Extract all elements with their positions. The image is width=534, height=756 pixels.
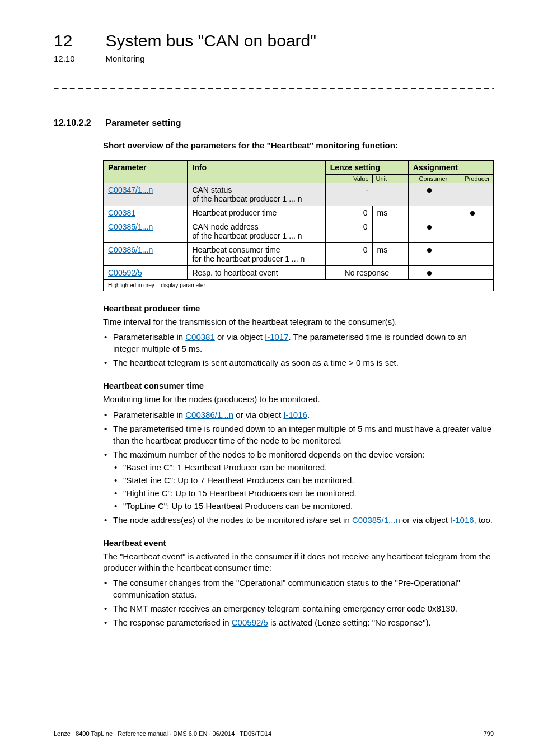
overview-heading: Short overview of the parameters for the…: [103, 141, 494, 150]
list-item: Parameterisable in C00381 or via object …: [103, 331, 494, 354]
he-heading: Heartbeat event: [103, 538, 494, 548]
list-item: The node address(es) of the nodes to be …: [103, 514, 494, 526]
producer-dot-icon: [470, 211, 475, 216]
consumer-dot-icon: [427, 271, 432, 276]
link-c00386[interactable]: C00386/1...n: [185, 410, 233, 419]
hct-intro: Monitoring time for the nodes (producers…: [103, 394, 494, 405]
info-line1: Heartbeat consumer time: [192, 245, 280, 254]
list-item: "HighLine C": Up to 15 Heartbeat Produce…: [113, 487, 494, 499]
param-link[interactable]: C00347/1...n: [108, 185, 153, 194]
list-item: Parameterisable in C00386/1...n or via o…: [103, 409, 494, 421]
th-value: Value: [325, 175, 372, 183]
param-link[interactable]: C00386/1...n: [108, 245, 153, 254]
consumer-dot-icon: [427, 225, 432, 230]
th-unit: Unit: [372, 175, 408, 183]
consumer-dot-icon: [427, 188, 432, 193]
info-line2: of the heartbeat producer 1 ... n: [192, 231, 302, 240]
list-item: "TopLine C": Up to 15 Heartbeat Producer…: [113, 500, 494, 512]
hct-heading: Heartbeat consumer time: [103, 381, 494, 390]
page-footer: Lenze · 8400 TopLine · Reference manual …: [54, 730, 494, 737]
list-item: "StateLine C": Up to 7 Heartbeat Produce…: [113, 474, 494, 486]
list-item: The parameterised time is rounded down t…: [103, 423, 494, 446]
list-item: The heartbeat telegram is sent automatic…: [103, 357, 494, 368]
table-row: C00592/5 Resp. to heartbeat event No res…: [104, 266, 494, 280]
list-item: The consumer changes from the "Operation…: [103, 577, 494, 600]
value-cell: 0: [325, 206, 372, 220]
link-c00592[interactable]: C00592/5: [232, 618, 268, 627]
table-row: C00385/1...n CAN node address of the hea…: [104, 220, 494, 243]
list-item: The maximum number of the nodes to be mo…: [103, 449, 494, 512]
divider-dashes: _ _ _ _ _ _ _ _ _ _ _ _ _ _ _ _ _ _ _ _ …: [54, 80, 494, 89]
parameter-table: Parameter Info Lenze setting Assignment …: [103, 160, 494, 291]
list-item: The response parameterised in C00592/5 i…: [103, 617, 494, 628]
value-cell: No response: [325, 266, 408, 280]
info-line2: of the heartbeat producer 1 ... n: [192, 194, 302, 203]
hpt-heading: Heartbeat producer time: [103, 304, 494, 313]
info-line1: Resp. to heartbeat event: [192, 268, 278, 277]
link-c00385[interactable]: C00385/1...n: [352, 515, 400, 525]
th-producer: Producer: [451, 175, 494, 183]
footer-left: Lenze · 8400 TopLine · Reference manual …: [54, 730, 271, 737]
link-i1017[interactable]: I-1017: [265, 332, 289, 342]
link-c00381[interactable]: C00381: [185, 332, 215, 342]
footer-page-number: 799: [484, 730, 494, 737]
info-line2: for the heartbeat producer 1 ... n: [192, 254, 305, 263]
info-line1: CAN node address: [192, 222, 258, 231]
table-footnote: Highlighted in grey = display parameter: [104, 280, 494, 291]
hpt-intro: Time interval for the transmission of th…: [103, 316, 494, 328]
consumer-dot-icon: [427, 248, 432, 253]
value-cell: -: [325, 183, 408, 206]
chapter-number: 12: [54, 31, 103, 50]
table-row: C00381 Heartbeat producer time 0 ms: [104, 206, 494, 220]
param-link[interactable]: C00381: [108, 208, 135, 217]
th-info: Info: [188, 161, 325, 183]
list-item: The NMT master receives an emergency tel…: [103, 603, 494, 614]
section-number: 12.10.2.2: [54, 118, 103, 128]
th-assignment: Assignment: [408, 161, 493, 175]
unit-cell: ms: [372, 243, 408, 266]
param-link[interactable]: C00385/1...n: [108, 222, 153, 231]
table-row: C00347/1...n CAN status of the heartbeat…: [104, 183, 494, 206]
link-i1016b[interactable]: I-1016: [450, 515, 474, 525]
list-item: "BaseLine C": 1 Heartbeat Producer can b…: [113, 461, 494, 473]
th-lenze: Lenze setting: [325, 161, 408, 175]
unit-cell: [372, 220, 408, 243]
value-cell: 0: [325, 220, 372, 243]
value-cell: 0: [325, 243, 372, 266]
info-line1: Heartbeat producer time: [192, 208, 277, 217]
info-line1: CAN status: [192, 185, 232, 194]
subsection-number: 12.10: [54, 54, 103, 63]
link-i1016[interactable]: I-1016: [283, 410, 307, 419]
th-parameter: Parameter: [104, 161, 188, 183]
param-link[interactable]: C00592/5: [108, 268, 142, 277]
he-intro: The "Heartbeat event" is activated in th…: [103, 551, 494, 574]
subsection-title: Monitoring: [105, 54, 144, 63]
chapter-header: 12 System bus "CAN on board": [54, 31, 494, 50]
th-consumer: Consumer: [408, 175, 451, 183]
table-row: C00386/1...n Heartbeat consumer time for…: [104, 243, 494, 266]
chapter-title: System bus "CAN on board": [105, 31, 316, 50]
unit-cell: ms: [372, 206, 408, 220]
section-title: Parameter setting: [105, 118, 181, 128]
subsection-header: 12.10 Monitoring: [54, 50, 494, 64]
